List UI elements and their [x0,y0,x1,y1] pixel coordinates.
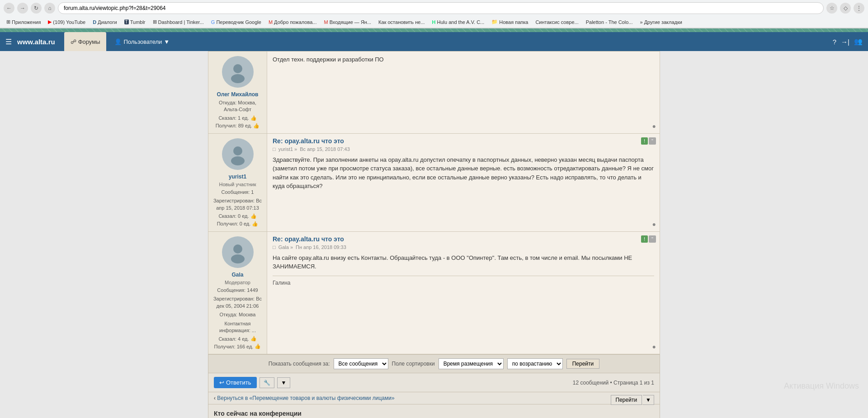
tool-button[interactable]: 🔧 [259,377,274,388]
quote-button-3[interactable]: " [649,235,656,243]
post-body-2: Здравствуйте. При заполнении анкеты на o… [273,155,654,191]
top-navbar: ☰ www.alta.ru ☍ Форумы 👤 Пользователи ▼ … [0,32,868,51]
forums-icon: ☍ [71,38,76,45]
svg-point-1 [231,74,245,83]
like-icon-1: 👍 [250,115,257,121]
wrench-icon: 🔧 [264,380,270,386]
back-link[interactable]: Вернуться в «Перемещение товаров и валют… [217,395,394,401]
received-icon-3: 👍 [255,343,261,349]
back-link-bar: ‹ Вернуться в «Перемещение товаров и вал… [208,392,660,404]
messages-filter-select[interactable]: Все сообщения [334,358,388,369]
received-icon-2: 👍 [252,221,258,227]
bookmark-dialogi[interactable]: D Диалоги [90,19,119,25]
post-doc-icon-2: □ [273,146,276,152]
post-signature-3: Галина [273,276,654,286]
bookmark-stop[interactable]: Как остановить не... [376,19,427,25]
user-add-icon[interactable]: 👥 [854,38,863,46]
role-3: Модератор [225,280,250,285]
filter-bar: Показать сообщения за: Все сообщения Пол… [208,354,660,373]
bookmark-newfolder[interactable]: 📁 Новая папка [489,19,531,25]
report-button-2[interactable]: ! [641,137,648,145]
bookmark-gmail2[interactable]: M Входящие — Ян... [321,19,374,25]
menu-button[interactable]: ⋮ [854,3,864,14]
received-2: Получил: 0 ед. 👍 [217,221,259,227]
post-top-icon-2[interactable]: ● [652,221,656,228]
username-3[interactable]: Gala [231,272,243,278]
tool-dropdown-button[interactable]: ▼ [277,377,291,388]
post-sidebar-3: Gala Модератор Сообщения: 1449 Зарегистр… [208,232,267,354]
address-bar[interactable] [58,2,824,14]
signature-text-3: Галина [273,280,291,286]
like-icon-2: 👍 [250,213,257,219]
avatar-3 [222,236,254,268]
bookmark-youtube[interactable]: ▶ (109) YouTube [45,19,88,25]
next-page-button[interactable]: Перейти [611,395,642,405]
quote-button-2[interactable]: " [649,137,656,145]
sort-field-select[interactable]: Время размещения [439,358,504,369]
post-title-3: Re: opay.alta.ru что это [273,235,654,243]
back-button[interactable]: ← [4,3,14,14]
help-icon[interactable]: ? [833,38,836,46]
forum-wrapper: ☰ www.alta.ru ☍ Форумы 👤 Пользователи ▼ … [0,28,868,418]
reply-arrow-icon: ↩ [219,379,224,386]
post-top-icon-3[interactable]: ● [652,343,656,350]
bookmark-dashboard[interactable]: ⊞ Dashboard | Tinker... [150,19,207,25]
tab-forums[interactable]: ☍ Форумы [64,32,107,51]
username-2[interactable]: yurist1 [229,174,246,180]
tab-users-label: Пользователи [123,38,162,45]
username-1[interactable]: Олег Михайлов [217,91,259,98]
said-1: Сказал: 1 ед. 👍 [218,115,256,121]
post-author-label-2: yurist1 » [278,146,297,152]
bookmark-tumblr[interactable]: T Tumblr [122,19,148,25]
received-3: Получил: 166 ед. 👍 [214,343,261,349]
location-1: Откуда: Москва, Альта-Софт [212,99,263,113]
forward-button[interactable]: → [17,3,28,14]
reply-button[interactable]: ↩ Ответить [214,377,257,388]
tab-users[interactable]: 👤 Пользователи ▼ [108,36,176,48]
post-datetime-3: Пн апр 16, 2018 09:33 [296,244,346,250]
bookmark-syntax[interactable]: Синтаксис совре... [533,19,581,25]
registered-3: Зарегистрирован: Вс дек 05, 2004 21:06 [212,296,263,310]
said-3: Сказал: 4 ед. 👍 [218,336,256,342]
reply-bar: ↩ Ответить 🔧 ▼ 12 сообщений • Страница 1… [208,373,660,392]
home-button[interactable]: ⌂ [44,3,55,14]
post-sidebar-2: yurist1 Новый участник Сообщения: 1 Заре… [208,134,267,231]
post-card-3: Gala Модератор Сообщения: 1449 Зарегистр… [208,232,660,354]
post-main-1: Отдел техн. поддержки и разработки ПО ● [267,52,660,133]
post-card-1: Олег Михайлов Откуда: Москва, Альта-Софт… [208,51,660,134]
report-button-3[interactable]: ! [641,235,648,243]
reply-label: Ответить [226,379,251,386]
extensions-button[interactable]: ◇ [840,3,851,14]
bookmark-star-button[interactable]: ☆ [826,3,837,14]
next-page-dropdown[interactable]: ▼ [643,395,654,405]
sort-label: Поле сортировки [392,361,435,367]
post-action-btns-3: ! " [641,235,656,243]
post-sidebar-1: Олег Михайлов Откуда: Москва, Альта-Софт… [208,52,267,133]
next-page-area: Перейти ▼ [611,395,654,405]
svg-point-3 [231,156,245,165]
post-doc-icon-3: □ [273,244,276,250]
post-action-btns-2: ! " [641,137,656,145]
hamburger-icon[interactable]: ☰ [5,38,12,46]
browser-chrome: ← → ↻ ⌂ ☆ ◇ ⋮ ⊞ Приложения ▶ (109) YouTu… [0,0,868,28]
teal-strip [0,28,868,32]
brand-link[interactable]: www.alta.ru [17,38,55,46]
reload-button[interactable]: ↻ [31,3,42,14]
tab-forums-label: Форумы [78,38,100,45]
login-icon[interactable]: →| [841,38,849,46]
sort-order-select[interactable]: по возрастанию [507,358,563,369]
conference-title: Кто сейчас на конференции [214,410,654,417]
svg-point-4 [233,244,242,254]
post-title-2: Re: opay.alta.ru что это [273,137,654,145]
pages-info: 12 сообщений • Страница 1 из 1 [573,380,654,386]
bookmark-gmail1[interactable]: M Добро пожалова... [266,19,320,25]
post-body-3: На сайте opay.alta.ru внизу есть Контакт… [273,254,654,271]
bookmark-hulu[interactable]: H Hulu and the A.V. C... [429,19,487,25]
go-button[interactable]: Перейти [566,359,600,369]
bookmark-apps[interactable]: ⊞ Приложения [4,19,43,25]
post-top-icon-1[interactable]: ● [652,122,656,130]
post-main-2: ! " Re: opay.alta.ru что это □ yurist1 »… [267,134,660,231]
bookmark-paletton[interactable]: Paletton - The Colo... [583,19,636,25]
bookmark-translator[interactable]: G Переводчик Google [208,19,264,25]
bookmark-more[interactable]: » Другие закладки [637,19,684,25]
